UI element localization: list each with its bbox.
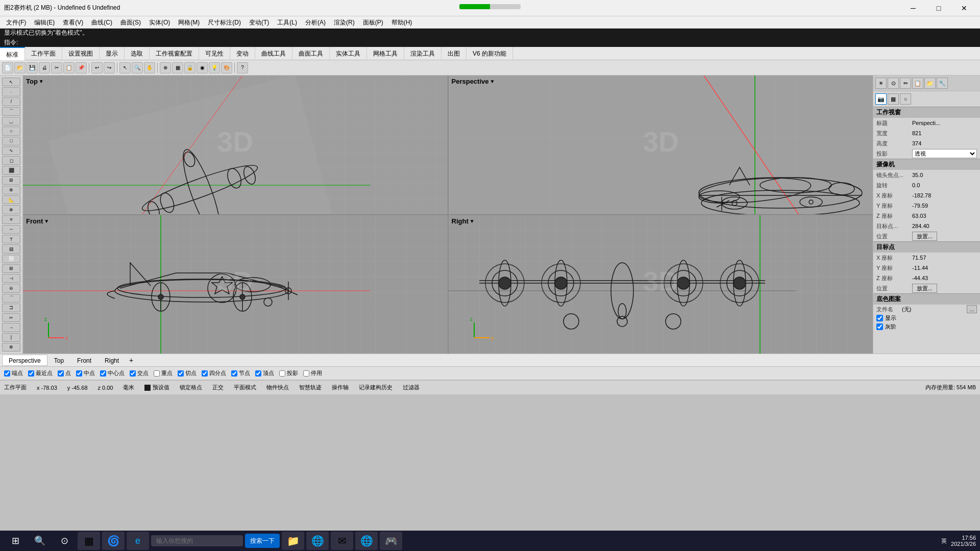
- menu-item[interactable]: 曲线(C): [87, 16, 116, 29]
- start-button[interactable]: ⊞: [4, 532, 27, 550]
- hatch-tool[interactable]: ▤: [2, 244, 20, 253]
- status-ortho[interactable]: 正交: [212, 384, 224, 391]
- viewport-right-arrow[interactable]: ▼: [470, 218, 475, 224]
- cut-icon[interactable]: ✂: [51, 62, 62, 73]
- rp-btn-tplace[interactable]: 放置...: [912, 284, 937, 293]
- surface-tool[interactable]: ◻: [2, 156, 20, 165]
- split-tool[interactable]: |: [2, 333, 20, 342]
- viewport-front[interactable]: z x 3D Front ▼: [23, 215, 448, 354]
- menu-item[interactable]: 渲染(R): [330, 16, 359, 29]
- taskbar-app-edge[interactable]: e: [127, 532, 149, 550]
- bottom-tab-front[interactable]: Front: [70, 355, 98, 366]
- taskbar-app-game[interactable]: 🎮: [380, 532, 402, 550]
- toolbar-tab-11[interactable]: 网格工具: [367, 47, 404, 60]
- menu-item[interactable]: 变动(T): [245, 16, 273, 29]
- menu-item[interactable]: 文件(F): [2, 16, 30, 29]
- toolbar-tab-9[interactable]: 曲面工具: [292, 47, 330, 60]
- toolbar-tab-3[interactable]: 显示: [100, 47, 125, 60]
- circle-tool[interactable]: ○: [2, 127, 20, 135]
- array-tool[interactable]: ⊞: [2, 264, 20, 273]
- rp-icon-6[interactable]: 🔧: [937, 78, 948, 89]
- taskbar-app-mail[interactable]: ✉: [331, 532, 353, 550]
- block-tool[interactable]: ⬜: [2, 255, 20, 263]
- rp-icon-3[interactable]: ✏: [900, 78, 911, 89]
- snap-icon[interactable]: ⊕: [160, 62, 171, 73]
- render-icon[interactable]: ◉: [197, 62, 208, 73]
- rect-tool[interactable]: □: [2, 137, 20, 145]
- menu-item[interactable]: 帮助(H): [387, 16, 416, 29]
- rp-btn-browse[interactable]: ...: [967, 305, 977, 313]
- rp-camera-icon[interactable]: 📷: [875, 93, 887, 105]
- maximize-button[interactable]: □: [927, 0, 950, 16]
- menu-item[interactable]: 分析(A): [301, 16, 330, 29]
- viewport-perspective[interactable]: x y z 3D Perspective ▼: [449, 76, 873, 214]
- transform-tool[interactable]: ⊕: [2, 186, 20, 194]
- new-icon[interactable]: 📄: [2, 62, 13, 73]
- menu-item[interactable]: 尺寸标注(D): [204, 16, 245, 29]
- help-icon[interactable]: ?: [237, 62, 248, 73]
- rp-btn-place[interactable]: 放置...: [912, 232, 937, 241]
- snap-checkbox-四分点[interactable]: [202, 370, 208, 377]
- viewport-top[interactable]: x y: [23, 76, 448, 214]
- analyze-tool[interactable]: 📐: [2, 195, 20, 204]
- taskbar-search-btn[interactable]: 搜索一下: [245, 534, 280, 548]
- offset-tool[interactable]: ⊐: [2, 304, 20, 312]
- point-tool[interactable]: ·: [2, 87, 20, 96]
- rp-icon-2[interactable]: ⊙: [888, 78, 899, 89]
- material-icon[interactable]: 🎨: [221, 62, 232, 73]
- snap-checkbox-切点[interactable]: [178, 370, 184, 377]
- viewport-top-label[interactable]: Top ▼: [26, 78, 44, 85]
- rp-dropdown-projection[interactable]: 透视 平行: [912, 149, 977, 158]
- snap-checkbox-端点[interactable]: [4, 370, 10, 377]
- lock-icon[interactable]: 🔒: [184, 62, 195, 73]
- snap-checkbox-节点[interactable]: [231, 370, 237, 377]
- boolean-tool[interactable]: ⊖: [2, 284, 20, 292]
- rp-sphere-icon[interactable]: ○: [900, 93, 911, 105]
- bottom-tab-add-button[interactable]: +: [126, 355, 137, 366]
- toolbar-tab-14[interactable]: V6 的新功能: [467, 47, 513, 60]
- toolbar-tab-0[interactable]: 标准: [0, 47, 25, 60]
- status-plane-mode[interactable]: 平面模式: [234, 384, 256, 391]
- toolbar-tab-13[interactable]: 出图: [442, 47, 467, 60]
- layer-tool[interactable]: ≡: [2, 215, 20, 224]
- snap-checkbox-重点[interactable]: [154, 370, 160, 377]
- status-record[interactable]: 记录建构历史: [359, 384, 393, 391]
- toolbar-tab-1[interactable]: 工作平面: [25, 47, 62, 60]
- zoom-icon[interactable]: 🔍: [132, 62, 143, 73]
- paste-icon[interactable]: 📌: [76, 62, 87, 73]
- snap-checkbox-投影[interactable]: [279, 370, 285, 377]
- menu-item[interactable]: 工具(L): [273, 16, 301, 29]
- bottom-tab-perspective[interactable]: Perspective: [2, 355, 47, 366]
- viewport-perspective-label[interactable]: Perspective ▼: [452, 78, 495, 85]
- taskbar-search-input[interactable]: [151, 535, 243, 546]
- print-icon[interactable]: 🖨: [39, 62, 50, 73]
- rp-icon-1[interactable]: ☀: [875, 78, 887, 89]
- dim-tool[interactable]: ↔: [2, 225, 20, 234]
- viewport-front-label[interactable]: Front ▼: [26, 217, 49, 225]
- menu-item[interactable]: 曲面(S): [116, 16, 145, 29]
- rp-icon-5[interactable]: 📁: [924, 78, 936, 89]
- group-tool[interactable]: ⊗: [2, 205, 20, 214]
- join-tool[interactable]: ⊕: [2, 343, 20, 352]
- status-filter[interactable]: 过滤器: [403, 384, 420, 391]
- viewport-right-label[interactable]: Right ▼: [452, 217, 475, 225]
- status-smart-track[interactable]: 智慧轨迹: [299, 384, 322, 391]
- select-tool[interactable]: ↖: [2, 78, 20, 86]
- toolbar-tab-10[interactable]: 实体工具: [330, 47, 367, 60]
- menu-item[interactable]: 网格(M): [174, 16, 204, 29]
- mirror-tool[interactable]: ⊣: [2, 274, 20, 283]
- menu-item[interactable]: 实体(O): [145, 16, 174, 29]
- minimize-button[interactable]: ─: [901, 0, 925, 16]
- light-icon[interactable]: 💡: [209, 62, 220, 73]
- trim-tool[interactable]: ✂: [2, 313, 20, 322]
- rp-check-gray[interactable]: [876, 323, 883, 330]
- polyline-tool[interactable]: ⌒: [2, 107, 20, 116]
- mesh-tool[interactable]: ⊞: [2, 176, 20, 185]
- snap-checkbox-顶点[interactable]: [255, 370, 261, 377]
- toolbar-tab-6[interactable]: 可见性: [199, 47, 230, 60]
- taskbar-app-store[interactable]: ▦: [78, 532, 100, 550]
- close-button[interactable]: ✕: [952, 0, 976, 16]
- toolbar-tab-12[interactable]: 渲染工具: [404, 47, 442, 60]
- undo-icon[interactable]: ↩: [91, 62, 103, 73]
- fillet-tool[interactable]: ⌒: [2, 294, 20, 303]
